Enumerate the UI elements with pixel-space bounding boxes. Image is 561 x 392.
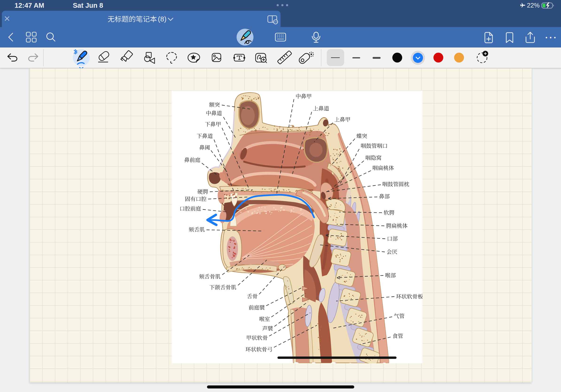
svg-text:12:47 AM: 12:47 AM (15, 2, 44, 9)
svg-text:Sat Jun 8: Sat Jun 8 (73, 2, 103, 9)
svg-text:(8): (8) (158, 15, 167, 23)
svg-text:22%: 22% (527, 2, 540, 9)
